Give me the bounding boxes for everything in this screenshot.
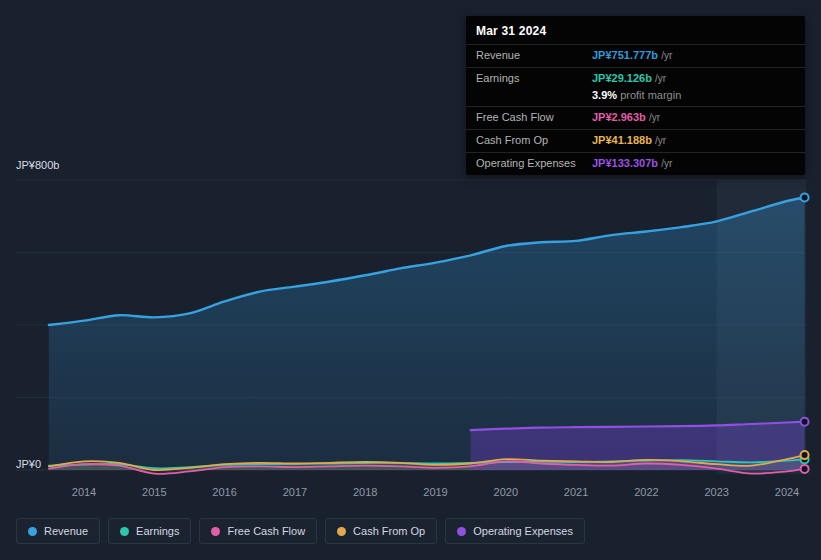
legend-label: Free Cash Flow: [227, 525, 305, 537]
endpoint-cash-from-op: [801, 451, 809, 459]
x-axis-label-2020: 2020: [494, 486, 518, 498]
legend-item-revenue[interactable]: Revenue: [16, 518, 100, 544]
legend-item-earnings[interactable]: Earnings: [108, 518, 191, 544]
tooltip-fcf-label: Free Cash Flow: [476, 110, 592, 124]
tooltip-earnings-label: Earnings: [476, 71, 592, 85]
tooltip-date: Mar 31 2024: [466, 16, 805, 44]
endpoint-operating-expenses: [801, 418, 809, 426]
tooltip-row-cash-from-op: Cash From Op JP¥41.188b /yr: [466, 129, 805, 152]
tooltip-cashop-value: JP¥41.188b /yr: [592, 133, 666, 148]
x-axis-label-2024: 2024: [775, 486, 799, 498]
highlight-band: [717, 180, 806, 474]
tooltip-opex-value: JP¥133.307b /yr: [592, 156, 672, 171]
legend-item-free-cash-flow[interactable]: Free Cash Flow: [199, 518, 317, 544]
data-tooltip: Mar 31 2024 Revenue JP¥751.777b /yr Earn…: [466, 16, 805, 175]
legend-label: Earnings: [136, 525, 179, 537]
legend-label: Operating Expenses: [473, 525, 573, 537]
free-cash-flow-dot-icon: [211, 527, 220, 536]
x-axis-label-2022: 2022: [634, 486, 658, 498]
x-axis-label-2015: 2015: [142, 486, 166, 498]
endpoint-free-cash-flow: [801, 465, 809, 473]
legend: RevenueEarningsFree Cash FlowCash From O…: [16, 518, 585, 544]
revenue-dot-icon: [28, 527, 37, 536]
legend-item-cash-from-op[interactable]: Cash From Op: [325, 518, 437, 544]
y-axis-label-800b: JP¥800b: [16, 159, 59, 171]
earnings-dot-icon: [120, 527, 129, 536]
legend-label: Revenue: [44, 525, 88, 537]
x-axis-label-2017: 2017: [283, 486, 307, 498]
tooltip-row-revenue: Revenue JP¥751.777b /yr: [466, 44, 805, 67]
cash-from-op-dot-icon: [337, 527, 346, 536]
x-axis-label-2019: 2019: [423, 486, 447, 498]
tooltip-cashop-label: Cash From Op: [476, 133, 592, 147]
x-axis-label-2018: 2018: [353, 486, 377, 498]
x-axis-label-2021: 2021: [564, 486, 588, 498]
tooltip-earnings-value: JP¥29.126b /yr: [592, 71, 666, 86]
x-axis-label-2016: 2016: [212, 486, 236, 498]
tooltip-row-earnings: Earnings JP¥29.126b /yr 3.9% profit marg…: [466, 67, 805, 106]
x-axis-label-2023: 2023: [704, 486, 728, 498]
x-axis-label-2014: 2014: [72, 486, 96, 498]
tooltip-row-operating-expenses: Operating Expenses JP¥133.307b /yr: [466, 152, 805, 175]
legend-item-operating-expenses[interactable]: Operating Expenses: [445, 518, 585, 544]
operating-expenses-dot-icon: [457, 527, 466, 536]
y-axis-label-0: JP¥0: [16, 458, 41, 470]
tooltip-profit-margin: 3.9% profit margin: [592, 86, 795, 102]
legend-label: Cash From Op: [353, 525, 425, 537]
tooltip-revenue-value: JP¥751.777b /yr: [592, 48, 672, 63]
tooltip-row-free-cash-flow: Free Cash Flow JP¥2.963b /yr: [466, 106, 805, 129]
endpoint-revenue: [801, 194, 809, 202]
tooltip-opex-label: Operating Expenses: [476, 156, 592, 170]
tooltip-revenue-label: Revenue: [476, 48, 592, 62]
earnings-revenue-chart-page: JP¥800b JP¥0 201420152016201720182019202…: [0, 0, 821, 560]
tooltip-fcf-value: JP¥2.963b /yr: [592, 110, 660, 125]
